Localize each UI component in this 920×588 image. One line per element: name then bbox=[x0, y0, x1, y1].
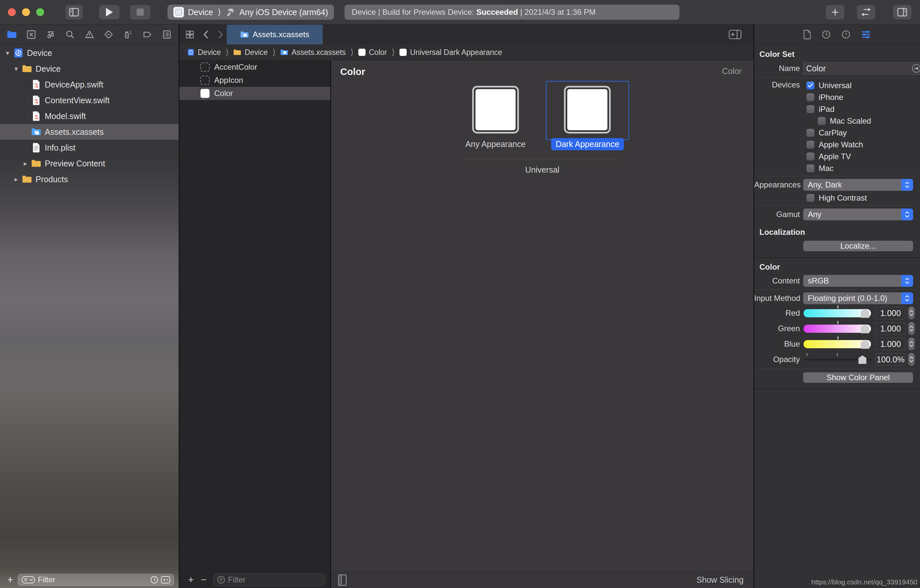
find-navigator-tab[interactable] bbox=[63, 27, 77, 42]
test-navigator-tab[interactable] bbox=[101, 27, 116, 42]
gamut-popup[interactable]: Any bbox=[803, 208, 913, 220]
device-checkbox-apple-tv[interactable]: Apple TV bbox=[807, 151, 917, 162]
recent-files-clock-icon[interactable] bbox=[150, 575, 159, 584]
checkbox-icon[interactable] bbox=[807, 129, 815, 137]
debug-navigator-tab[interactable] bbox=[121, 27, 135, 42]
project-navigator-tab[interactable] bbox=[5, 27, 19, 42]
content-popup[interactable]: sRGB bbox=[803, 275, 913, 287]
toggle-right-sidebar-button[interactable] bbox=[893, 5, 912, 19]
green-slider-thumb[interactable] bbox=[861, 324, 869, 333]
asset-filter-field[interactable] bbox=[213, 573, 325, 586]
code-review-button[interactable] bbox=[857, 5, 875, 19]
report-navigator-tab[interactable] bbox=[160, 27, 174, 42]
attributes-inspector-tab-icon[interactable] bbox=[861, 30, 871, 39]
tree-row-deviceapp-swift[interactable]: DeviceApp.swift bbox=[0, 77, 179, 92]
disclosure-open-icon[interactable]: ▾ bbox=[3, 49, 12, 57]
blue-stepper[interactable] bbox=[908, 338, 915, 351]
checkbox-icon[interactable] bbox=[807, 141, 815, 149]
back-chevron-icon[interactable] bbox=[203, 30, 209, 39]
add-file-button[interactable]: + bbox=[5, 574, 16, 585]
checkbox-icon[interactable] bbox=[807, 153, 815, 160]
device-checkbox-mac[interactable]: Mac bbox=[807, 163, 917, 173]
remove-asset-button[interactable]: − bbox=[198, 574, 210, 585]
breadcrumb-item-color[interactable]: Color bbox=[358, 48, 387, 57]
tree-row-assets-xcassets[interactable]: Assets.xcassets bbox=[0, 124, 179, 140]
tree-row-contentview-swift[interactable]: ContentView.swift bbox=[0, 92, 179, 108]
navigator-filter-field[interactable] bbox=[18, 574, 174, 586]
name-field[interactable]: ➔ bbox=[803, 62, 920, 75]
high-contrast-checkbox[interactable]: High Contrast bbox=[807, 193, 917, 203]
toggle-left-sidebar-button[interactable] bbox=[65, 5, 83, 19]
activity-status-bar[interactable]: Device | Build for Previews Device: Succ… bbox=[345, 5, 679, 20]
opacity-stepper[interactable] bbox=[908, 353, 915, 366]
color-well[interactable] bbox=[564, 86, 611, 134]
go-arrow-icon[interactable]: ➔ bbox=[912, 64, 920, 73]
device-checkbox-ipad[interactable]: iPad bbox=[807, 104, 917, 114]
add-asset-button[interactable]: + bbox=[185, 574, 198, 585]
history-inspector-tab-icon[interactable] bbox=[821, 30, 831, 39]
blue-value-field[interactable]: 1.000 bbox=[875, 338, 906, 350]
minimize-window-button[interactable] bbox=[22, 8, 30, 16]
checkbox-icon[interactable] bbox=[807, 105, 815, 113]
localize-button[interactable]: Localize... bbox=[803, 241, 913, 251]
forward-chevron-icon[interactable] bbox=[217, 30, 224, 39]
blue-slider[interactable] bbox=[803, 340, 871, 349]
dark-appearance-well[interactable]: Dark Appearance bbox=[551, 86, 624, 150]
tab-assets-xcassets[interactable]: Assets.xcassets bbox=[227, 25, 323, 44]
add-editor-button[interactable] bbox=[729, 25, 753, 44]
tree-row-project-device[interactable]: ▾ Device bbox=[0, 45, 179, 61]
opacity-slider[interactable] bbox=[803, 355, 871, 364]
tree-row-model-swift[interactable]: Model.swift bbox=[0, 108, 179, 124]
close-window-button[interactable] bbox=[8, 8, 16, 16]
source-control-status-icon[interactable] bbox=[160, 575, 170, 584]
scheme-selector[interactable]: Device ⟩ Any iOS Device (arm64) bbox=[167, 5, 334, 20]
asset-row-accentcolor[interactable]: AccentColor bbox=[179, 60, 330, 74]
run-button[interactable] bbox=[99, 5, 120, 19]
related-items-icon[interactable] bbox=[185, 30, 194, 39]
name-input[interactable] bbox=[806, 64, 912, 73]
opacity-slider-thumb[interactable] bbox=[858, 355, 867, 364]
slicing-icon[interactable] bbox=[336, 573, 348, 587]
issue-navigator-tab[interactable] bbox=[82, 27, 97, 42]
device-checkbox-universal[interactable]: Universal bbox=[807, 80, 917, 90]
asset-row-color[interactable]: Color bbox=[179, 87, 330, 100]
checkbox-icon[interactable] bbox=[818, 117, 826, 125]
library-add-button[interactable] bbox=[826, 5, 844, 19]
disclosure-open-icon[interactable]: ▾ bbox=[12, 65, 20, 73]
device-checkbox-iphone[interactable]: iPhone bbox=[807, 92, 917, 102]
asset-row-appicon[interactable]: AppIcon bbox=[179, 74, 330, 87]
appearances-popup[interactable]: Any, Dark bbox=[803, 179, 913, 191]
disclosure-closed-icon[interactable]: ▸ bbox=[21, 160, 30, 167]
disclosure-closed-icon[interactable]: ▸ bbox=[12, 175, 20, 183]
symbol-navigator-tab[interactable] bbox=[44, 27, 58, 42]
breadcrumb-item-project[interactable]: Device bbox=[187, 48, 221, 57]
any-appearance-well[interactable]: Any Appearance bbox=[461, 86, 530, 150]
show-slicing-button[interactable]: Show Slicing bbox=[696, 575, 743, 585]
show-color-panel-button[interactable]: Show Color Panel bbox=[803, 372, 913, 383]
asset-filter-input[interactable] bbox=[228, 575, 330, 585]
zoom-window-button[interactable] bbox=[36, 8, 44, 16]
input-method-popup[interactable]: Floating point (0.0-1.0) bbox=[803, 292, 913, 304]
checkbox-icon[interactable] bbox=[807, 165, 815, 172]
file-inspector-tab-icon[interactable] bbox=[803, 30, 811, 39]
tree-row-preview-content[interactable]: ▸ Preview Content bbox=[0, 155, 179, 171]
device-checkbox-apple-watch[interactable]: Apple Watch bbox=[807, 139, 917, 150]
device-checkbox-mac-scaled[interactable]: Mac Scaled bbox=[818, 116, 917, 126]
checkbox-icon[interactable] bbox=[807, 94, 815, 101]
help-inspector-tab-icon[interactable]: ? bbox=[841, 30, 850, 39]
navigator-filter-input[interactable] bbox=[38, 575, 150, 585]
device-checkbox-carplay[interactable]: CarPlay bbox=[807, 128, 917, 138]
source-control-navigator-tab[interactable] bbox=[24, 27, 39, 42]
green-stepper[interactable] bbox=[908, 322, 915, 335]
opacity-value-field[interactable]: 100.0% bbox=[875, 353, 906, 366]
blue-slider-thumb[interactable] bbox=[861, 340, 869, 349]
stop-button[interactable] bbox=[130, 5, 151, 19]
red-value-field[interactable]: 1.000 bbox=[875, 307, 906, 319]
green-slider[interactable] bbox=[803, 324, 871, 333]
red-slider-thumb[interactable] bbox=[861, 309, 869, 318]
breadcrumb-item-variant[interactable]: Universal Dark Appearance bbox=[400, 48, 502, 57]
green-value-field[interactable]: 1.000 bbox=[875, 322, 906, 335]
checkbox-icon[interactable] bbox=[807, 194, 815, 202]
red-stepper[interactable] bbox=[908, 307, 915, 320]
tree-row-folder-device[interactable]: ▾ Device bbox=[0, 61, 179, 77]
